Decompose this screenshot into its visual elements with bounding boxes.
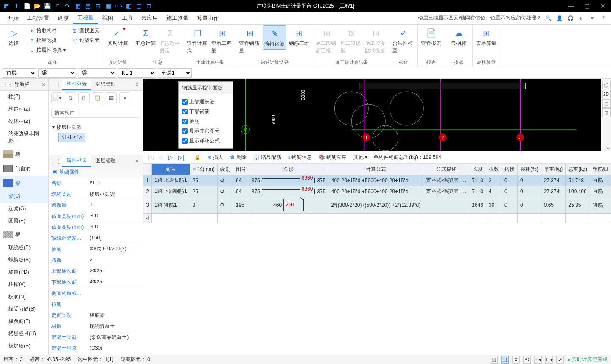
nav-item-楼层板带(H)[interactable]: 楼层板带(H) [0,328,48,340]
rebar-check-显示其它图元[interactable]: 显示其它图元 [182,126,230,136]
ribbon-表格算量[interactable]: ⊞表格算量 [474,25,498,49]
rebar-row[interactable]: 4 [143,214,611,223]
vp-tool2-icon[interactable]: 2D [602,90,611,98]
rebar-row[interactable]: 21跨.下部钢筋125Φ643756360375400-20+15*d +560… [143,186,611,197]
tab-component-list[interactable]: 构件列表 [62,79,91,90]
tab-layer-mgmt[interactable]: 图层管理 [91,155,120,167]
tb-upload-icon[interactable]: ⬆ [12,1,21,11]
rebar-table[interactable]: 筋号直径(mm)级别图号图形计算公式公式描述长度根数搭接损耗(%)单重(kg)总… [143,164,611,223]
ribbon-云指标[interactable]: ☁云指标 [447,25,471,49]
tb-grid2-icon[interactable]: ▤ [83,1,92,11]
tab-drawing-mgmt[interactable]: 图纸管理 [91,79,120,90]
nav-item-板洞(N)[interactable]: 板洞(N) [0,291,48,303]
rebar-th[interactable] [143,164,152,175]
nav-item-连梁(G)[interactable]: 连梁(G) [0,203,48,215]
nav-first-icon[interactable]: |◁ [146,154,155,161]
tb-misc3-icon[interactable]: ⊡ [144,1,154,11]
sb-tool3-icon[interactable]: ✕ [512,356,520,364]
ribbon-选择[interactable]: ▷选择 [2,25,25,49]
sb-tool2-icon[interactable]: ▢ [501,356,509,364]
tree-leaf-kl1[interactable]: KL-1 <1> [58,133,85,142]
rebar-th[interactable]: 筋号 [152,164,190,175]
floor-select[interactable]: 首层 [3,68,36,78]
lib-button[interactable]: 📚钢筋图库 [316,153,349,162]
tb-redo-icon[interactable]: ↷ [63,1,72,11]
close-button[interactable]: ✕ [595,0,611,12]
tb-grid4-icon[interactable]: ▣ [104,1,113,11]
rebar-th[interactable]: 直径(mm) [190,164,217,175]
vp-tool4-icon[interactable]: ⊡ [602,108,611,117]
nav-next-icon[interactable]: ▷ [167,154,175,161]
tb-grid1-icon[interactable]: ▦ [73,1,82,11]
prop-row[interactable]: 混凝土类型(泵送商品混凝土) [49,332,143,343]
nav-item-螺旋板(B)[interactable]: 螺旋板(B) [0,254,48,266]
rebar-th[interactable]: 图号 [233,164,249,175]
tb-grid3-icon[interactable]: ⊞ [93,1,103,11]
tb-dim-icon[interactable]: ⟷ [114,1,123,11]
rebar-check-上部通长筋[interactable]: 上部通长筋 [182,97,230,107]
menu-quantity[interactable]: 工程量 [73,12,98,24]
ribbon-过滤图元[interactable]: ▽过滤图元 [70,36,101,45]
ribbon-编辑钢筋[interactable]: ✎编辑钢筋 [263,25,286,50]
tb-misc1-icon[interactable]: ◧ [124,1,133,11]
sb-tool5-icon[interactable]: ⊥▾ [534,356,542,364]
minimize-button[interactable]: — [563,0,579,12]
nav-item-板加腋(B)[interactable]: 板加腋(B) [0,340,48,352]
user-icon[interactable]: 👤 [555,14,563,22]
app-logo-icon[interactable]: ◤ [2,1,11,11]
prop-row[interactable]: 结构类别楼层框架梁 [49,189,143,200]
ribbon-查看计算式[interactable]: ☐查看计算式 [186,25,210,56]
prop-row[interactable]: 轴线距梁左...(150) [49,233,143,244]
nav-item-砌体柱(Z)[interactable]: 砌体柱(Z) [0,115,48,128]
tb-open-icon[interactable]: 📂 [32,1,42,11]
sb-tool7-icon[interactable]: ⤢ [556,356,564,364]
other-button[interactable]: 其他 ▾ [351,153,370,162]
maximize-button[interactable]: ▢ [579,0,595,12]
component-search-input[interactable] [51,108,140,118]
rebar-th[interactable]: 搭接 [502,164,517,175]
help-hint[interactable]: 楼层三维显示图元/轴网有错位，位置不对应如何处理？ [418,14,541,22]
nav-item-梁(L)[interactable]: 梁(L) [0,190,48,203]
ribbon-合法性检查[interactable]: ✓合法性检查 [392,25,415,56]
prop-row[interactable]: 拉筋 [49,299,143,310]
ribbon-查看钢筋量[interactable]: ⊞查看钢筋量 [238,25,262,56]
prop-row[interactable]: 箍筋Φ8@100/200(2) [49,244,143,255]
comp-delete-button[interactable]: 🗑 [78,92,90,103]
notify-icon[interactable]: ▾ [588,14,597,22]
tb-undo-icon[interactable]: ↶ [53,1,62,11]
nav-item-现浇板(B)[interactable]: 现浇板(B) [0,242,48,254]
help-icon[interactable]: ？ [599,14,608,22]
rebar-row[interactable]: 31跨.箍筋18Φ1954602602*((300-2*20)+(500-2*2… [143,197,611,214]
rebar-th[interactable]: 计算公式 [328,164,423,175]
rebar-th[interactable]: 单重(kg) [541,164,566,175]
subcategory-select[interactable]: 梁 [78,68,116,78]
menu-modeling[interactable]: 建模 [53,13,73,24]
viewport-close-icon[interactable]: ✕ [606,145,610,151]
prop-row[interactable]: 上部通长筋2Φ25 [49,266,143,277]
rebar-th[interactable]: 级别 [217,164,233,175]
rebar-check-下部钢筋[interactable]: 下部钢筋 [182,107,230,117]
delete-button[interactable]: 🗑删除 [227,153,249,162]
prop-row[interactable]: 肢数2 [49,255,143,266]
rebar-th[interactable]: 长度 [469,164,486,175]
member-select[interactable]: KL-1 [118,68,156,78]
ribbon-按属性选择 ▾[interactable]: ⌄按属性选择 ▾ [27,46,67,55]
ribbon-查看报表[interactable]: 📄查看报表 [419,25,443,49]
rebar-th[interactable]: 损耗(%) [517,164,541,175]
prop-row[interactable]: 截面宽度(mm)300 [49,211,143,222]
ribbon-汇总计算[interactable]: Σ汇总计算 [134,25,157,49]
prop-row[interactable]: 定额类别板底梁 [49,310,143,321]
sb-tool4-icon[interactable]: ⟲ [523,356,531,364]
prop-row[interactable]: 截面高度(mm)500 [49,222,143,233]
comp-layer-button[interactable]: ▤ [106,92,117,103]
lock-button[interactable]: 🔒 [192,153,203,161]
tab-property-list[interactable]: 属性列表 [62,155,91,167]
rebar-th[interactable]: 根数 [486,164,502,175]
rebar-th[interactable]: 钢筋归 [590,164,611,175]
nav-last-icon[interactable]: ▷| [177,154,186,161]
prop-row[interactable]: 材质现浇混凝土 [49,321,143,332]
prop-tabs-close-icon[interactable]: ✕ [132,158,143,164]
rebar-check-显示详细公式[interactable]: 显示详细公式 [182,136,230,146]
nav-prev-icon[interactable]: ◁ [157,154,165,161]
menu-tools[interactable]: 工具 [118,13,137,24]
